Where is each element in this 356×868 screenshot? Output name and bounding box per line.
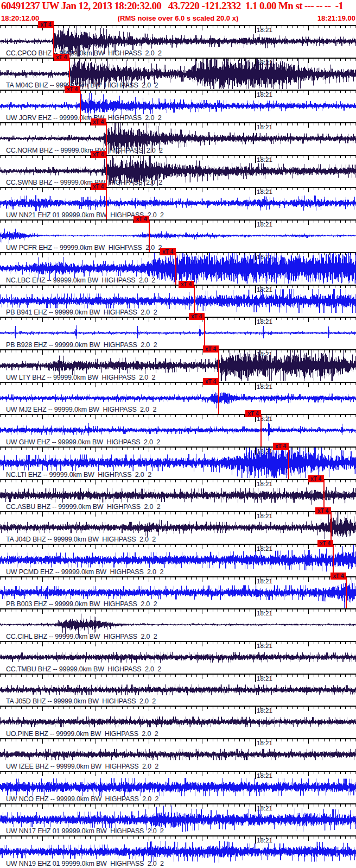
trace-row: 18:21 PB B003 EHZ -- 99999.0km BW HIGHPA…	[0, 576, 356, 609]
trace-row: 18:21 CC.TMBU BHZ -- 99999.0km BW HIGHPA…	[0, 641, 356, 674]
waveform-canvas[interactable]	[0, 286, 356, 317]
trace-row: 18:21 UO.PINE BHZ -- 99999.0km BW HIGHPA…	[0, 706, 356, 738]
trace-row: 18:21 UW LTY BHZ -- 99999.0km BW HIGHPAS…	[0, 349, 356, 382]
pick-line[interactable]	[106, 188, 107, 219]
pick-line[interactable]	[80, 91, 81, 122]
pick-line[interactable]	[288, 448, 289, 479]
waveform-canvas[interactable]	[0, 577, 356, 609]
pick-flag[interactable]: xT 4	[245, 410, 261, 417]
pick-flag[interactable]: xT 4	[189, 313, 205, 320]
trace-row: 18:21 CC.ASBU BHZ -- 99999.0km BW HIGHPA…	[0, 479, 356, 512]
pick-line[interactable]	[69, 59, 70, 90]
pick-flag[interactable]: xT 4	[203, 378, 219, 385]
trace-row: 18:21 PB B928 EHZ -- 99999.0km BW HIGHPA…	[0, 317, 356, 349]
trace-row: 18:21 CC.SWNB BHZ -- 99999.0km BW HIGHPA…	[0, 155, 356, 187]
waveform-canvas[interactable]	[0, 739, 356, 771]
waveform-canvas[interactable]	[0, 318, 356, 349]
waveform-canvas[interactable]	[0, 545, 356, 576]
seismogram-viewer: 60491237 UW Jan 12, 2013 18:20:32.00 43.…	[0, 0, 356, 868]
trace-row: 18:21 TA M04C BHZ -- 99999.0km BW HIGHPA…	[0, 58, 356, 90]
trace-row: 18:21 CC.CIHL BHZ -- 99999.0km BW HIGHPA…	[0, 608, 356, 641]
trace-row: 18:21 UW GHW EHZ -- 99999.0km BW HIGHPAS…	[0, 414, 356, 446]
trace-row: 18:21 UW MJ2 EHZ -- 99999.0km BW HIGHPAS…	[0, 382, 356, 414]
pick-flag[interactable]: xT 4	[54, 54, 69, 61]
window-end-time: 18:21:19.00	[317, 14, 355, 22]
waveform-canvas[interactable]	[0, 707, 356, 738]
waveform-canvas[interactable]	[0, 91, 356, 122]
trace-row: 18:21 UW IZEE BHZ -- 99999.0km BW HIGHPA…	[0, 738, 356, 771]
pick-flag[interactable]: xT 4	[308, 475, 324, 482]
pick-flag[interactable]: xT 4	[315, 507, 331, 514]
pick-flag[interactable]: xT 4	[317, 540, 333, 547]
waveform-canvas[interactable]	[0, 59, 356, 90]
waveform-canvas[interactable]	[0, 383, 356, 414]
pick-flag[interactable]: xT 4	[179, 281, 194, 288]
pick-line[interactable]	[106, 156, 107, 187]
pick-line[interactable]	[106, 123, 107, 155]
trace-row: 18:21 PB B941 EHZ -- 99999.0km BW HIGHPA…	[0, 285, 356, 317]
trace-row: 18:21 TA J05D BHZ -- 99999.0km BW HIGHPA…	[0, 674, 356, 706]
pick-line[interactable]	[346, 577, 347, 609]
pick-flag[interactable]: xT 4	[91, 118, 106, 125]
trace-row: 18:21 UW PCFR EHZ -- 99999.0km BW HIGHPA…	[0, 219, 356, 252]
pick-flag[interactable]: xT 4	[273, 443, 289, 450]
waveform-canvas[interactable]	[0, 448, 356, 479]
pick-line[interactable]	[333, 545, 334, 576]
pick-line[interactable]	[149, 221, 150, 252]
waveform-canvas[interactable]	[0, 642, 356, 674]
trace-row: 18:21 UW NN21 EHZ 01 99999.0km BW HIGHPA…	[0, 187, 356, 219]
pick-flag[interactable]: xT 4	[330, 573, 346, 580]
pick-flag[interactable]: xT 4	[203, 345, 219, 353]
waveform-canvas[interactable]	[0, 772, 356, 803]
waveform-canvas[interactable]	[0, 221, 356, 252]
waveform-canvas[interactable]	[0, 609, 356, 641]
trace-row: 18:21 UW NN17 EHZ 01 99999.0km BW HIGHPA…	[0, 803, 356, 836]
trace-row: 18:21 UW JORV EHZ -- 99999.0km BW HIGHPA…	[0, 90, 356, 122]
waveform-canvas[interactable]	[0, 415, 356, 446]
pick-flag[interactable]: xT 4	[38, 21, 54, 28]
pick-line[interactable]	[218, 350, 219, 382]
pick-flag[interactable]: xT 4	[134, 216, 149, 223]
trace-row: 18:21 UW NN19 EHZ 01 99999.0km BW HIGHPA…	[0, 835, 356, 868]
pick-line[interactable]	[260, 415, 262, 446]
waveform-canvas[interactable]	[0, 836, 356, 868]
trace-row: 18:21 CC.NORM BHZ -- 99999.0km BW HIGHPA…	[0, 122, 356, 155]
pick-line[interactable]	[323, 480, 325, 512]
waveform-canvas[interactable]	[0, 188, 356, 219]
trace-row: 18:21 UW PCMD EHZ -- 99999.0km BW HIGHPA…	[0, 544, 356, 576]
waveform-canvas[interactable]	[0, 253, 356, 285]
waveform-canvas[interactable]	[0, 123, 356, 155]
waveform-canvas[interactable]	[0, 512, 356, 544]
pick-flag[interactable]: xT 4	[91, 151, 106, 158]
pick-flag[interactable]: xT 4	[65, 86, 80, 93]
trace-list: 18:21 CC.CPCO BHZ -- 99999.0km BW HIGHPA…	[0, 25, 356, 868]
trace-row: 18:21 CC.CPCO BHZ -- 99999.0km BW HIGHPA…	[0, 25, 356, 58]
trace-row: 18:21 TA J04D BHZ -- 99999.0km BW HIGHPA…	[0, 511, 356, 544]
pick-line[interactable]	[53, 26, 54, 58]
pick-line[interactable]	[194, 286, 195, 317]
waveform-canvas[interactable]	[0, 675, 356, 706]
waveform-canvas[interactable]	[0, 156, 356, 187]
trace-row: 18:21 UW NCO EHZ -- 99999.0km BW HIGHPAS…	[0, 771, 356, 803]
waveform-canvas[interactable]	[0, 804, 356, 836]
waveform-canvas[interactable]	[0, 480, 356, 512]
pick-line[interactable]	[218, 383, 219, 414]
event-title: 60491237 UW Jan 12, 2013 18:20:32.00 43.…	[1, 0, 356, 12]
pick-line[interactable]	[330, 512, 332, 544]
pick-line[interactable]	[175, 253, 176, 285]
pick-line[interactable]	[204, 318, 205, 349]
waveform-canvas[interactable]	[0, 350, 356, 382]
pick-flag[interactable]: xT 4	[160, 248, 176, 255]
trace-row: 18:21 NC.LBC EHZ -- 99999.0km BW HIGHPAS…	[0, 252, 356, 285]
pick-flag[interactable]: xT 4	[91, 183, 106, 190]
trace-row: 18:21 NC.LTI EHZ -- 99999.0km BW HIGHPAS…	[0, 446, 356, 479]
